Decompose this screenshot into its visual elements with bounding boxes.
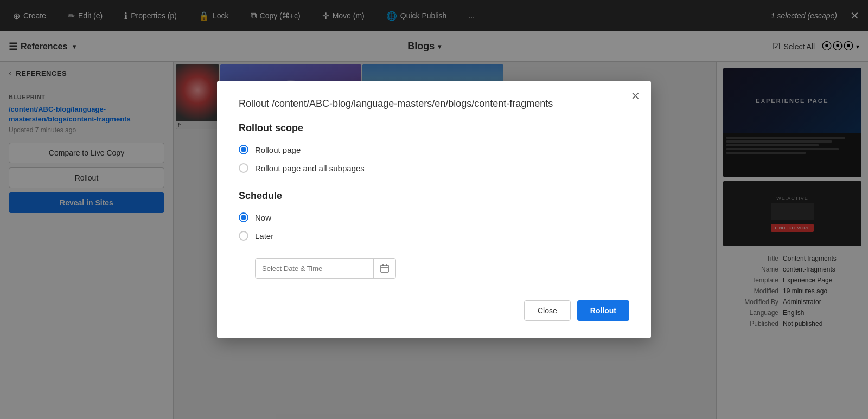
schedule-options: Now Later [239,212,629,241]
modal-overlay[interactable]: Rollout /content/ABC-blog/language-maste… [0,0,868,419]
modal-close-button[interactable]: ✕ [631,89,640,102]
datetime-text-field[interactable] [256,259,373,278]
rollout-modal: Rollout /content/ABC-blog/language-maste… [217,81,651,338]
rollout-page-subpages-radio[interactable] [239,163,248,173]
datetime-input[interactable] [255,258,396,279]
schedule-later-option[interactable]: Later [239,231,629,241]
calendar-icon[interactable] [373,259,395,278]
schedule-heading: Schedule [239,190,629,202]
rollout-scope-heading: Rollout scope [239,123,629,134]
rollout-page-subpages-option[interactable]: Rollout page and all subpages [239,163,629,173]
rollout-confirm-button[interactable]: Rollout [577,300,629,321]
schedule-now-option[interactable]: Now [239,212,629,222]
schedule-later-radio[interactable] [239,231,248,241]
modal-title: Rollout /content/ABC-blog/language-maste… [239,98,629,109]
schedule-now-radio[interactable] [239,212,248,222]
rollout-page-radio[interactable] [239,145,248,154]
rollout-page-option[interactable]: Rollout page [239,145,629,154]
modal-footer: Close Rollout [239,300,629,321]
rollout-scope-options: Rollout page Rollout page and all subpag… [239,145,629,173]
close-modal-button[interactable]: Close [524,300,571,321]
svg-rect-0 [381,265,388,272]
